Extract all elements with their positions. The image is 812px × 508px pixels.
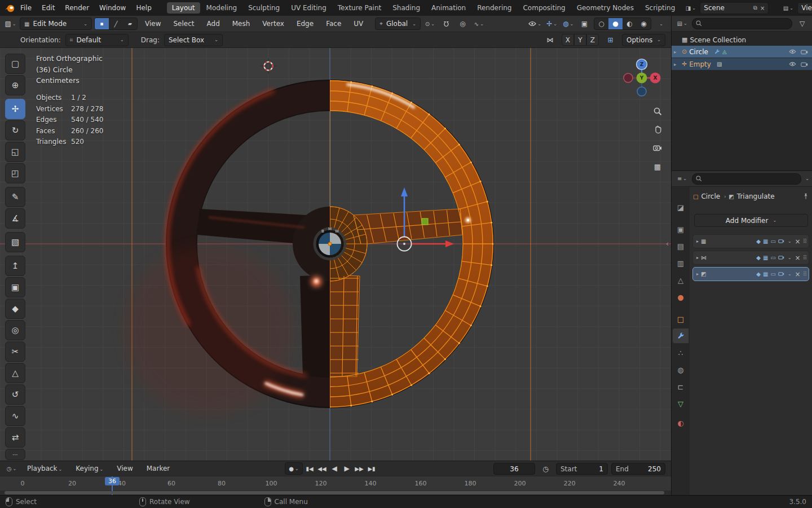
tab-physics[interactable]: ◍ bbox=[673, 362, 689, 377]
marker-menu[interactable]: Marker bbox=[142, 465, 175, 472]
jump-to-end-button[interactable]: ▶▮ bbox=[366, 463, 377, 474]
tab-particles[interactable]: ∴ bbox=[673, 345, 689, 360]
workspace-tab-texture-paint[interactable]: Texture Paint bbox=[333, 2, 386, 14]
expand-icon[interactable]: ▸ bbox=[674, 49, 679, 55]
expand-icon[interactable]: ▸ bbox=[674, 62, 679, 67]
workspace-tab-geometry-nodes[interactable]: Geometry Nodes bbox=[572, 2, 639, 14]
show-on-cage-toggle[interactable]: ◆ bbox=[756, 271, 761, 277]
outliner-search-input[interactable] bbox=[692, 18, 792, 29]
show-render-toggle[interactable] bbox=[778, 255, 784, 261]
menu-mesh[interactable]: Mesh bbox=[227, 20, 255, 28]
snap-mini-icon[interactable]: ⊞ bbox=[603, 34, 617, 46]
drag-setting-dropdown[interactable]: Select Box ⌄ bbox=[164, 34, 223, 46]
tool-smooth[interactable]: ∿ bbox=[5, 406, 25, 426]
show-editmode-toggle[interactable]: ▦ bbox=[763, 271, 768, 277]
tool-more[interactable]: ⋯ bbox=[5, 449, 25, 460]
show-render-toggle[interactable] bbox=[778, 271, 784, 277]
add-modifier-button[interactable]: Add Modifier ⌄ bbox=[694, 214, 808, 227]
workspace-tab-rendering[interactable]: Rendering bbox=[472, 2, 517, 14]
modifier-extras-chevron[interactable]: ⌄ bbox=[788, 255, 792, 260]
end-frame-field[interactable]: End 250 bbox=[611, 463, 665, 475]
auto-key-button[interactable]: ●⌄ bbox=[285, 462, 303, 475]
tool-measure[interactable]: ∡ bbox=[5, 208, 25, 229]
tab-material[interactable]: ◐ bbox=[673, 415, 689, 430]
play-reverse-button[interactable]: ◀ bbox=[329, 463, 340, 474]
nav-minus-x-ball[interactable] bbox=[624, 73, 633, 82]
face-select-icon[interactable]: ▰ bbox=[123, 18, 137, 29]
menu-edge[interactable]: Edge bbox=[292, 20, 319, 28]
pan-hand-button[interactable] bbox=[650, 121, 665, 137]
properties-editor-icon[interactable]: ≡⌄ bbox=[675, 173, 689, 185]
playhead-badge[interactable]: 36 bbox=[105, 477, 120, 485]
show-viewport-toggle[interactable]: ▭ bbox=[770, 238, 775, 244]
outliner-row-circle[interactable]: ▸ ⊙ Circle ◬ bbox=[672, 46, 812, 58]
edge-select-icon[interactable]: ╱ bbox=[109, 18, 123, 29]
show-gizmo-icon[interactable]: ✢⌄ bbox=[545, 18, 559, 29]
start-frame-field[interactable]: Start 1 bbox=[556, 463, 608, 475]
region-collapse-arrow[interactable]: ‹ bbox=[666, 240, 669, 248]
tool-cursor[interactable]: ⊕ bbox=[5, 75, 25, 95]
tool-annotate[interactable]: ✎ bbox=[5, 187, 25, 207]
delete-modifier-icon[interactable]: × bbox=[795, 238, 801, 246]
outliner-editor-icon[interactable]: ▤⌄ bbox=[675, 18, 689, 29]
mode-dropdown[interactable]: ▦ Edit Mode ⌄ bbox=[20, 17, 92, 30]
use-preview-range-icon[interactable]: ◷ bbox=[539, 463, 553, 475]
tool-loop-cut[interactable]: ◎ bbox=[5, 320, 25, 340]
show-visibility-icon[interactable]: ⌄ bbox=[527, 18, 542, 29]
show-on-cage-toggle[interactable]: ◆ bbox=[756, 238, 761, 244]
shading-solid-icon[interactable]: ● bbox=[608, 18, 623, 29]
timeline-scrollbar[interactable] bbox=[5, 491, 664, 494]
outliner-row-scene-collection[interactable]: ▦ Scene Collection bbox=[672, 34, 812, 46]
menu-help[interactable]: Help bbox=[131, 4, 156, 12]
outliner-filter-icon[interactable]: ▽ bbox=[795, 18, 809, 29]
modifier-row-2[interactable]: ▸ ⋈ ◆ ▦ ▭ ⌄ × ⠿ bbox=[692, 251, 809, 265]
tool-transform[interactable]: ◰ bbox=[5, 163, 25, 183]
play-button[interactable]: ▶ bbox=[341, 463, 352, 474]
keying-menu[interactable]: Keying⌄ bbox=[70, 465, 108, 472]
options-dropdown[interactable]: Options ⌄ bbox=[622, 34, 665, 46]
workspace-tab-layout[interactable]: Layout bbox=[167, 2, 200, 14]
nav-minus-z-ball[interactable] bbox=[637, 87, 646, 96]
modifier-row-1[interactable]: ▸ ▦ ◆ ▦ ▭ ⌄ × ⠿ bbox=[692, 234, 809, 248]
tab-tool[interactable]: ◪ bbox=[673, 200, 689, 214]
workspace-tab-sculpting[interactable]: Sculpting bbox=[243, 2, 285, 14]
expand-icon[interactable]: ▸ bbox=[696, 255, 699, 260]
shading-material-icon[interactable]: ◐ bbox=[623, 18, 637, 29]
shading-rendered-icon[interactable]: ◉ bbox=[637, 18, 651, 29]
viewport-3d[interactable]: B M W bbox=[0, 48, 671, 461]
modifier-extras-chevron[interactable]: ⌄ bbox=[788, 271, 792, 277]
delete-modifier-icon[interactable]: × bbox=[795, 270, 801, 278]
tool-inset-faces[interactable]: ▣ bbox=[5, 277, 25, 297]
show-editmode-toggle[interactable]: ▦ bbox=[763, 238, 768, 244]
view-menu-timeline[interactable]: View bbox=[112, 465, 138, 472]
playback-menu[interactable]: Playback⌄ bbox=[22, 465, 67, 472]
toggle-grid-button[interactable]: ▦ bbox=[650, 159, 665, 174]
tab-object[interactable]: □ bbox=[673, 312, 689, 326]
breadcrumb-modifier[interactable]: Triangulate bbox=[737, 192, 775, 200]
tool-bevel[interactable]: ◆ bbox=[5, 299, 25, 319]
tool-extrude[interactable]: ↥ bbox=[5, 256, 25, 276]
mirror-x-button[interactable]: X bbox=[562, 34, 574, 46]
menu-vertex[interactable]: Vertex bbox=[257, 20, 289, 28]
scene-name-field[interactable]: Scene ⧉ × bbox=[700, 2, 769, 14]
show-overlays-icon[interactable]: ◍⌄ bbox=[561, 18, 575, 29]
outliner-row-empty[interactable]: ▸ ✛ Empty ▨ bbox=[672, 58, 812, 70]
proportional-falloff-icon[interactable]: ∿⌄ bbox=[472, 18, 486, 29]
orientation-setting-dropdown[interactable]: ⌗ Default ⌄ bbox=[65, 34, 129, 46]
zoom-tool-button[interactable] bbox=[650, 103, 665, 119]
menu-render[interactable]: Render bbox=[60, 4, 94, 12]
properties-filter-chevron[interactable]: ⌄ bbox=[805, 176, 809, 181]
camera-icon[interactable] bbox=[801, 49, 808, 55]
current-frame-field[interactable]: 36 bbox=[493, 463, 535, 475]
show-editmode-toggle[interactable]: ▦ bbox=[763, 255, 768, 261]
tool-knife[interactable]: ✂ bbox=[5, 341, 25, 362]
camera-view-button[interactable] bbox=[650, 140, 665, 156]
tab-object-data[interactable]: ▽ bbox=[673, 396, 689, 411]
mirror-z-button[interactable]: Z bbox=[586, 34, 599, 46]
jump-to-start-button[interactable]: ▮◀ bbox=[304, 463, 315, 474]
tool-rotate[interactable]: ↻ bbox=[5, 120, 25, 141]
tool-add-cube[interactable]: ▧ bbox=[5, 232, 25, 252]
timeline-ruler[interactable]: 0 20 40 60 80 100 120 140 160 180 200 22… bbox=[0, 476, 671, 491]
mirror-y-button[interactable]: Y bbox=[574, 34, 586, 46]
snap-magnet-icon[interactable]: Ω bbox=[439, 18, 453, 29]
